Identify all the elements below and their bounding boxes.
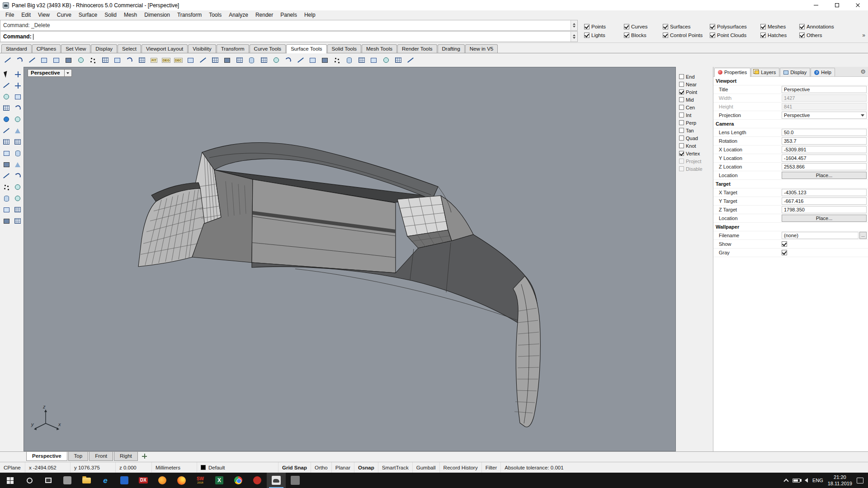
- toolbar-icon-29[interactable]: [344, 55, 355, 66]
- toolbar-icon-30[interactable]: [356, 55, 367, 66]
- grid-snap-toggle[interactable]: Grid Snap: [278, 462, 311, 473]
- left-tool-icon-27[interactable]: [1, 216, 12, 226]
- dx-app-button[interactable]: DX: [134, 473, 153, 488]
- vp-tab-front[interactable]: Front: [89, 452, 113, 461]
- left-tool-icon-22[interactable]: [12, 182, 23, 192]
- gear-icon[interactable]: [860, 68, 866, 75]
- vp-tab-top[interactable]: Top: [68, 452, 89, 461]
- tab-set-view[interactable]: Set View: [61, 44, 90, 53]
- tab-curve-tools[interactable]: Curve Tools: [250, 44, 286, 53]
- z-target-field[interactable]: 1798.350: [782, 206, 867, 213]
- toolbar-icon-21[interactable]: [246, 55, 257, 66]
- osnap-tan-checkbox[interactable]: [679, 128, 684, 133]
- taskbar-app-1[interactable]: [58, 473, 77, 488]
- left-tool-icon-3[interactable]: [1, 80, 12, 91]
- filter-surfaces-checkbox[interactable]: [663, 24, 668, 29]
- minimize-button[interactable]: [806, 0, 826, 10]
- toolbar-icon-22[interactable]: [258, 55, 269, 66]
- toolbar-icon-10[interactable]: [112, 55, 123, 66]
- filter-surfaces[interactable]: Surfaces: [663, 24, 710, 29]
- filter-lights-checkbox[interactable]: [584, 33, 590, 38]
- left-tool-icon-15[interactable]: [1, 148, 12, 159]
- osnap-near[interactable]: Near: [679, 80, 713, 88]
- osnap-point-checkbox[interactable]: [679, 89, 684, 94]
- osnap-knot[interactable]: Knot: [679, 142, 713, 150]
- osnap-int-checkbox[interactable]: [679, 113, 684, 117]
- osnap-cen-checkbox[interactable]: [679, 105, 684, 110]
- filter-control-points[interactable]: Control Points: [663, 33, 710, 38]
- firefox-button[interactable]: [172, 473, 191, 488]
- filter-blocks[interactable]: Blocks: [624, 33, 663, 38]
- left-tool-icon-23[interactable]: [1, 193, 12, 204]
- wallpaper-gray-checkbox[interactable]: [782, 250, 787, 255]
- task-view-button[interactable]: [39, 473, 58, 488]
- x-location-field[interactable]: -5309.891: [782, 146, 867, 153]
- toolbar-icon-32[interactable]: [380, 55, 392, 66]
- title-field[interactable]: Perspective: [782, 86, 867, 93]
- menu-mesh[interactable]: Mesh: [120, 12, 141, 18]
- volume-icon[interactable]: [805, 478, 808, 483]
- osnap-quad[interactable]: Quad: [679, 134, 713, 142]
- edge-button[interactable]: e: [96, 473, 115, 488]
- left-tool-icon-8[interactable]: [12, 103, 23, 113]
- cplane-button[interactable]: CPlane: [0, 462, 25, 473]
- tab-drafting[interactable]: Drafting: [438, 44, 465, 53]
- filter-toggle[interactable]: Filter: [482, 462, 501, 473]
- toolbar-icon-6[interactable]: [63, 55, 74, 66]
- filter-hatches-checkbox[interactable]: [760, 33, 766, 38]
- y-target-field[interactable]: -667.416: [782, 197, 867, 205]
- hidden-icons-chevron[interactable]: [783, 479, 788, 483]
- tab-solid-tools[interactable]: Solid Tools: [327, 44, 361, 53]
- left-tool-icon-10[interactable]: [12, 114, 23, 125]
- battery-icon[interactable]: [793, 479, 800, 483]
- tab-transform[interactable]: Transform: [217, 44, 249, 53]
- osnap-project-checkbox[interactable]: [679, 159, 684, 164]
- viewport-title-control[interactable]: Perspective: [28, 69, 72, 77]
- osnap-cen[interactable]: Cen: [679, 103, 713, 111]
- tab-help[interactable]: Help: [811, 68, 835, 76]
- left-tool-icon-6[interactable]: [12, 91, 23, 102]
- clock[interactable]: 21:2018.11.2019: [828, 474, 852, 487]
- menu-surface[interactable]: Surface: [75, 12, 101, 18]
- toolbar-icon-fit[interactable]: FIT: [148, 55, 160, 66]
- tool-circle-icon[interactable]: [1, 114, 12, 125]
- menu-tools[interactable]: Tools: [205, 12, 225, 18]
- tab-visibility[interactable]: Visibility: [188, 44, 216, 53]
- menu-help[interactable]: Help: [301, 12, 319, 18]
- tool-move-icon[interactable]: [12, 69, 23, 80]
- tab-select[interactable]: Select: [118, 44, 141, 53]
- taskbar-app-4[interactable]: [248, 473, 267, 488]
- y-location-field[interactable]: -1604.457: [782, 155, 867, 162]
- menu-solid[interactable]: Solid: [101, 12, 120, 18]
- command-input-scrollbar[interactable]: [571, 32, 577, 42]
- units-readout[interactable]: Millimeters: [152, 462, 197, 473]
- toolbar-icon-4[interactable]: [38, 55, 50, 66]
- taskbar-app-2[interactable]: [115, 473, 134, 488]
- toolbar-icon-28[interactable]: [331, 55, 343, 66]
- toolbar-icon-8[interactable]: [87, 55, 99, 66]
- toolbar-icon-2[interactable]: [14, 55, 25, 66]
- left-tool-icon-21[interactable]: [1, 182, 12, 192]
- osnap-end[interactable]: End: [679, 73, 713, 80]
- filter-point-clouds[interactable]: Point Clouds: [710, 33, 760, 38]
- toolbar-icon-11[interactable]: [124, 55, 135, 66]
- osnap-end-checkbox[interactable]: [679, 74, 684, 79]
- search-button[interactable]: [20, 473, 39, 488]
- tool-pointer-icon[interactable]: [1, 69, 12, 80]
- toolbar-icon-dec[interactable]: DEC: [173, 55, 184, 66]
- x-target-field[interactable]: -4305.123: [782, 189, 867, 196]
- toolbar-icon-12[interactable]: [136, 55, 147, 66]
- osnap-disable[interactable]: Disable: [679, 165, 713, 173]
- place-target-button[interactable]: Place...: [782, 215, 867, 222]
- filter-point-clouds-checkbox[interactable]: [710, 33, 715, 38]
- viewport-canvas[interactable]: Perspective z x y: [24, 67, 676, 451]
- left-tool-icon-4[interactable]: [12, 80, 23, 91]
- tab-viewport-layout[interactable]: Viewport Layout: [142, 44, 188, 53]
- toolbar-icon-31[interactable]: [368, 55, 379, 66]
- wallpaper-show-checkbox[interactable]: [782, 241, 787, 247]
- toolbar-icon-9[interactable]: [99, 55, 111, 66]
- osnap-vertex-checkbox[interactable]: [679, 151, 684, 156]
- filter-curves[interactable]: Curves: [624, 24, 663, 29]
- toolbar-icon-17[interactable]: [197, 55, 208, 66]
- toolbar-icon-1[interactable]: [2, 55, 13, 66]
